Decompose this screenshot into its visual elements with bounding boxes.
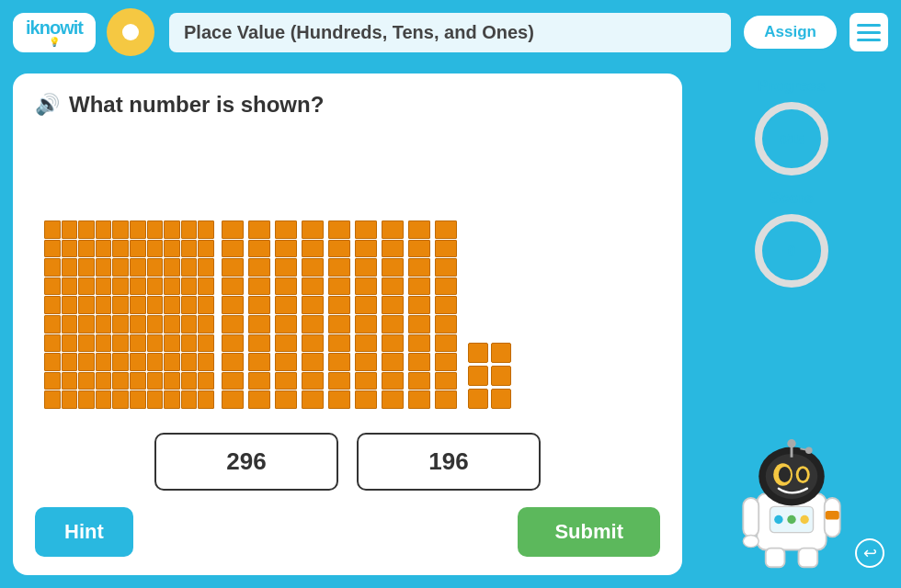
next-arrow[interactable]: ↩ bbox=[855, 538, 884, 568]
answer-choice-2[interactable]: 196 bbox=[357, 433, 541, 491]
tens-cell bbox=[222, 353, 244, 371]
tens-cell bbox=[382, 258, 404, 277]
hundreds-cell bbox=[96, 258, 112, 277]
assign-button[interactable]: Assign bbox=[742, 14, 838, 51]
hundreds-cell bbox=[96, 390, 112, 409]
tens-cell bbox=[222, 296, 244, 314]
tens-cell bbox=[302, 372, 324, 390]
tens-cell bbox=[222, 240, 244, 258]
hundreds-cell bbox=[62, 296, 78, 314]
progress-label: Progress bbox=[758, 77, 826, 96]
hundreds-cell bbox=[164, 390, 180, 409]
tens-cell bbox=[408, 334, 430, 353]
tens-cell bbox=[435, 353, 457, 371]
answer-choice-1[interactable]: 296 bbox=[154, 433, 338, 491]
tens-cell bbox=[408, 258, 430, 277]
tens-cell bbox=[248, 220, 270, 239]
hundreds-cell bbox=[164, 334, 180, 353]
hundreds-cell bbox=[147, 390, 164, 409]
hundreds-cell bbox=[198, 334, 214, 353]
svg-rect-19 bbox=[826, 511, 839, 519]
tens-cell bbox=[328, 334, 350, 353]
hundreds-cell bbox=[181, 315, 198, 334]
svg-point-14 bbox=[774, 515, 782, 524]
tens-group bbox=[222, 220, 457, 409]
hundreds-cell bbox=[62, 390, 78, 409]
progress-circle: 0/15 bbox=[750, 97, 833, 180]
tens-block bbox=[355, 220, 377, 409]
hundreds-cell bbox=[198, 258, 214, 277]
logo-bulb: 💡 bbox=[49, 37, 60, 47]
hundreds-cell bbox=[96, 296, 112, 314]
subject-icon bbox=[107, 8, 154, 56]
tens-cell bbox=[382, 240, 404, 258]
tens-cell bbox=[248, 296, 270, 314]
tens-cell bbox=[355, 372, 377, 390]
tens-cell bbox=[302, 315, 324, 334]
tens-cell bbox=[275, 277, 297, 296]
tens-cell bbox=[275, 334, 297, 353]
tens-cell bbox=[382, 353, 404, 371]
hundreds-cell bbox=[44, 296, 61, 314]
ones-cell bbox=[468, 343, 488, 363]
tens-block bbox=[302, 220, 324, 409]
tens-cell bbox=[382, 334, 404, 353]
hundreds-cell bbox=[78, 390, 95, 409]
hundreds-cell bbox=[164, 240, 180, 258]
hundreds-cell bbox=[62, 220, 78, 239]
tens-cell bbox=[435, 390, 457, 409]
robot-character bbox=[727, 424, 856, 571]
tens-cell bbox=[328, 372, 350, 390]
hundreds-cell bbox=[181, 353, 198, 371]
robot-area: ↩ bbox=[695, 301, 888, 571]
hundreds-cell bbox=[147, 296, 164, 314]
hundreds-cell bbox=[164, 220, 180, 239]
tens-block bbox=[248, 220, 270, 409]
hint-button[interactable]: Hint bbox=[35, 507, 133, 557]
hundreds-cell bbox=[181, 258, 198, 277]
hundreds-cell bbox=[164, 353, 180, 371]
hundreds-cell bbox=[112, 296, 129, 314]
tens-cell bbox=[355, 390, 377, 409]
hundreds-cell bbox=[164, 372, 180, 390]
tens-cell bbox=[248, 277, 270, 296]
ones-cell bbox=[491, 366, 511, 386]
hundreds-cell bbox=[198, 296, 214, 314]
submit-button[interactable]: Submit bbox=[518, 507, 660, 557]
hundreds-cell bbox=[130, 277, 146, 296]
progress-value: 0/15 bbox=[779, 132, 804, 147]
tens-cell bbox=[302, 220, 324, 239]
hundreds-cell bbox=[78, 296, 95, 314]
bottom-bar: Hint Submit bbox=[35, 507, 660, 557]
hundreds-cell bbox=[62, 240, 78, 258]
hundreds-cell bbox=[62, 258, 78, 277]
blocks-area bbox=[35, 132, 660, 418]
ones-cell bbox=[491, 389, 511, 409]
hundreds-cell bbox=[147, 353, 164, 371]
logo-text: iknowit bbox=[26, 18, 83, 37]
tens-cell bbox=[248, 334, 270, 353]
tens-cell bbox=[275, 296, 297, 314]
hundreds-cell bbox=[44, 240, 61, 258]
ones-cell bbox=[468, 366, 488, 386]
sound-icon[interactable]: 🔊 bbox=[35, 93, 60, 117]
hundreds-cell bbox=[44, 258, 61, 277]
tens-cell bbox=[435, 220, 457, 239]
tens-cell bbox=[328, 258, 350, 277]
hundreds-cell bbox=[181, 334, 198, 353]
tens-cell bbox=[435, 315, 457, 334]
hundreds-cell bbox=[112, 353, 129, 371]
tens-cell bbox=[382, 296, 404, 314]
tens-cell bbox=[408, 390, 430, 409]
tens-cell bbox=[382, 315, 404, 334]
hundreds-cell bbox=[78, 372, 95, 390]
tens-cell bbox=[355, 296, 377, 314]
tens-cell bbox=[382, 390, 404, 409]
tens-cell bbox=[275, 258, 297, 277]
tens-cell bbox=[328, 296, 350, 314]
menu-button[interactable] bbox=[850, 13, 888, 51]
tens-cell bbox=[328, 353, 350, 371]
hundreds-cell bbox=[130, 296, 146, 314]
main-content: 🔊 What number is shown? 296 196 Hint bbox=[0, 64, 901, 588]
svg-point-7 bbox=[779, 467, 791, 482]
